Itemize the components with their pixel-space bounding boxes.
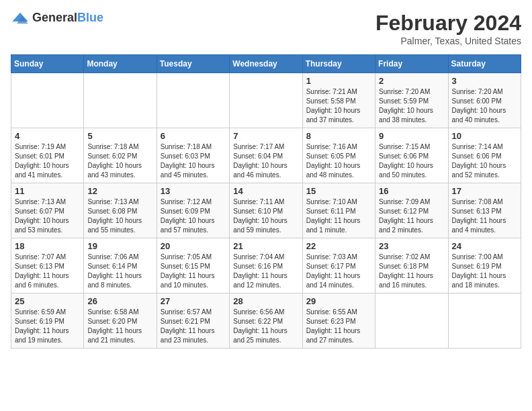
calendar-cell: 18Sunrise: 7:07 AM Sunset: 6:13 PM Dayli… <box>11 238 84 293</box>
day-info: Sunrise: 7:19 AM Sunset: 6:01 PM Dayligh… <box>15 142 80 180</box>
day-info: Sunrise: 6:55 AM Sunset: 6:23 PM Dayligh… <box>306 308 371 345</box>
day-number: 5 <box>87 131 152 141</box>
day-info: Sunrise: 7:15 AM Sunset: 6:06 PM Dayligh… <box>379 142 444 180</box>
month-year-title: February 2024 <box>375 11 521 36</box>
day-number: 1 <box>306 76 371 86</box>
header-wednesday: Wednesday <box>230 55 302 73</box>
day-info: Sunrise: 7:13 AM Sunset: 6:08 PM Dayligh… <box>87 197 152 235</box>
calendar-cell: 1Sunrise: 7:21 AM Sunset: 5:58 PM Daylig… <box>302 73 375 128</box>
day-number: 15 <box>306 186 371 196</box>
calendar-cell: 19Sunrise: 7:06 AM Sunset: 6:14 PM Dayli… <box>84 238 157 293</box>
header-friday: Friday <box>375 55 448 73</box>
week-row-2: 11Sunrise: 7:13 AM Sunset: 6:07 PM Dayli… <box>11 183 521 238</box>
calendar-cell: 20Sunrise: 7:05 AM Sunset: 6:15 PM Dayli… <box>157 238 229 293</box>
day-number: 11 <box>15 186 80 196</box>
day-info: Sunrise: 7:03 AM Sunset: 6:17 PM Dayligh… <box>306 253 371 290</box>
week-row-1: 4Sunrise: 7:19 AM Sunset: 6:01 PM Daylig… <box>11 128 521 183</box>
calendar-cell: 21Sunrise: 7:04 AM Sunset: 6:16 PM Dayli… <box>230 238 302 293</box>
day-number: 4 <box>15 131 80 141</box>
day-info: Sunrise: 7:12 AM Sunset: 6:09 PM Dayligh… <box>161 197 226 235</box>
day-info: Sunrise: 7:07 AM Sunset: 6:13 PM Dayligh… <box>15 253 80 290</box>
page-header: GeneralBlue February 2024 Palmer, Texas,… <box>11 11 521 46</box>
title-block: February 2024 Palmer, Texas, United Stat… <box>375 11 521 46</box>
calendar-cell: 12Sunrise: 7:13 AM Sunset: 6:08 PM Dayli… <box>84 183 157 238</box>
day-number: 20 <box>161 241 226 251</box>
calendar-table: SundayMondayTuesdayWednesdayThursdayFrid… <box>11 54 521 349</box>
calendar-cell <box>230 73 302 128</box>
day-number: 12 <box>87 186 152 196</box>
calendar-cell: 10Sunrise: 7:14 AM Sunset: 6:06 PM Dayli… <box>448 128 521 183</box>
day-info: Sunrise: 7:02 AM Sunset: 6:18 PM Dayligh… <box>379 253 444 290</box>
calendar-cell: 24Sunrise: 7:00 AM Sunset: 6:19 PM Dayli… <box>448 238 521 293</box>
day-number: 2 <box>379 76 444 86</box>
calendar-cell: 27Sunrise: 6:57 AM Sunset: 6:21 PM Dayli… <box>157 293 229 349</box>
day-number: 19 <box>87 241 152 251</box>
calendar-cell: 17Sunrise: 7:08 AM Sunset: 6:13 PM Dayli… <box>448 183 521 238</box>
calendar-cell: 11Sunrise: 7:13 AM Sunset: 6:07 PM Dayli… <box>11 183 84 238</box>
day-number: 22 <box>306 241 371 251</box>
day-info: Sunrise: 7:18 AM Sunset: 6:03 PM Dayligh… <box>161 142 226 180</box>
calendar-cell: 29Sunrise: 6:55 AM Sunset: 6:23 PM Dayli… <box>302 293 375 349</box>
calendar-cell: 13Sunrise: 7:12 AM Sunset: 6:09 PM Dayli… <box>157 183 229 238</box>
calendar-cell <box>448 293 521 349</box>
calendar-cell: 6Sunrise: 7:18 AM Sunset: 6:03 PM Daylig… <box>157 128 229 183</box>
calendar-cell: 14Sunrise: 7:11 AM Sunset: 6:10 PM Dayli… <box>230 183 302 238</box>
logo-blue: Blue <box>77 11 103 24</box>
day-number: 14 <box>233 186 298 196</box>
calendar-cell: 15Sunrise: 7:10 AM Sunset: 6:11 PM Dayli… <box>302 183 375 238</box>
day-number: 27 <box>161 296 226 306</box>
header-sunday: Sunday <box>11 55 84 73</box>
day-info: Sunrise: 7:04 AM Sunset: 6:16 PM Dayligh… <box>233 253 298 290</box>
calendar-cell: 26Sunrise: 6:58 AM Sunset: 6:20 PM Dayli… <box>84 293 157 349</box>
calendar-header-row: SundayMondayTuesdayWednesdayThursdayFrid… <box>11 55 521 73</box>
day-info: Sunrise: 7:20 AM Sunset: 5:59 PM Dayligh… <box>379 87 444 125</box>
day-number: 29 <box>306 296 371 306</box>
day-info: Sunrise: 7:21 AM Sunset: 5:58 PM Dayligh… <box>306 87 371 125</box>
day-number: 13 <box>161 186 226 196</box>
day-number: 18 <box>15 241 80 251</box>
day-number: 10 <box>452 131 517 141</box>
calendar-cell: 9Sunrise: 7:15 AM Sunset: 6:06 PM Daylig… <box>375 128 448 183</box>
calendar-cell: 5Sunrise: 7:18 AM Sunset: 6:02 PM Daylig… <box>84 128 157 183</box>
calendar-cell: 3Sunrise: 7:20 AM Sunset: 6:00 PM Daylig… <box>448 73 521 128</box>
calendar-cell: 28Sunrise: 6:56 AM Sunset: 6:22 PM Dayli… <box>230 293 302 349</box>
calendar-cell <box>11 73 84 128</box>
day-info: Sunrise: 7:00 AM Sunset: 6:19 PM Dayligh… <box>452 253 517 290</box>
day-number: 26 <box>87 296 152 306</box>
calendar-cell: 4Sunrise: 7:19 AM Sunset: 6:01 PM Daylig… <box>11 128 84 183</box>
header-saturday: Saturday <box>448 55 521 73</box>
day-number: 24 <box>452 241 517 251</box>
week-row-3: 18Sunrise: 7:07 AM Sunset: 6:13 PM Dayli… <box>11 238 521 293</box>
day-info: Sunrise: 6:59 AM Sunset: 6:19 PM Dayligh… <box>15 308 80 345</box>
day-info: Sunrise: 7:20 AM Sunset: 6:00 PM Dayligh… <box>452 87 517 125</box>
day-info: Sunrise: 7:18 AM Sunset: 6:02 PM Dayligh… <box>87 142 152 180</box>
day-number: 28 <box>233 296 298 306</box>
day-info: Sunrise: 7:05 AM Sunset: 6:15 PM Dayligh… <box>161 253 226 290</box>
header-tuesday: Tuesday <box>157 55 229 73</box>
day-info: Sunrise: 6:57 AM Sunset: 6:21 PM Dayligh… <box>161 308 226 345</box>
calendar-cell <box>375 293 448 349</box>
calendar-cell: 23Sunrise: 7:02 AM Sunset: 6:18 PM Dayli… <box>375 238 448 293</box>
day-number: 23 <box>379 241 444 251</box>
day-number: 9 <box>379 131 444 141</box>
day-info: Sunrise: 7:08 AM Sunset: 6:13 PM Dayligh… <box>452 197 517 235</box>
logo-icon <box>11 11 30 25</box>
day-number: 6 <box>161 131 226 141</box>
day-info: Sunrise: 7:17 AM Sunset: 6:04 PM Dayligh… <box>233 142 298 180</box>
calendar-cell: 2Sunrise: 7:20 AM Sunset: 5:59 PM Daylig… <box>375 73 448 128</box>
calendar-cell: 8Sunrise: 7:16 AM Sunset: 6:05 PM Daylig… <box>302 128 375 183</box>
day-info: Sunrise: 7:09 AM Sunset: 6:12 PM Dayligh… <box>379 197 444 235</box>
week-row-0: 1Sunrise: 7:21 AM Sunset: 5:58 PM Daylig… <box>11 73 521 128</box>
calendar-cell: 16Sunrise: 7:09 AM Sunset: 6:12 PM Dayli… <box>375 183 448 238</box>
day-info: Sunrise: 7:10 AM Sunset: 6:11 PM Dayligh… <box>306 197 371 235</box>
day-number: 21 <box>233 241 298 251</box>
location-subtitle: Palmer, Texas, United States <box>375 36 521 46</box>
day-info: Sunrise: 7:13 AM Sunset: 6:07 PM Dayligh… <box>15 197 80 235</box>
day-info: Sunrise: 6:56 AM Sunset: 6:22 PM Dayligh… <box>233 308 298 345</box>
day-number: 16 <box>379 186 444 196</box>
day-info: Sunrise: 7:14 AM Sunset: 6:06 PM Dayligh… <box>452 142 517 180</box>
calendar-cell <box>84 73 157 128</box>
calendar-cell: 7Sunrise: 7:17 AM Sunset: 6:04 PM Daylig… <box>230 128 302 183</box>
day-info: Sunrise: 7:06 AM Sunset: 6:14 PM Dayligh… <box>87 253 152 290</box>
header-thursday: Thursday <box>302 55 375 73</box>
